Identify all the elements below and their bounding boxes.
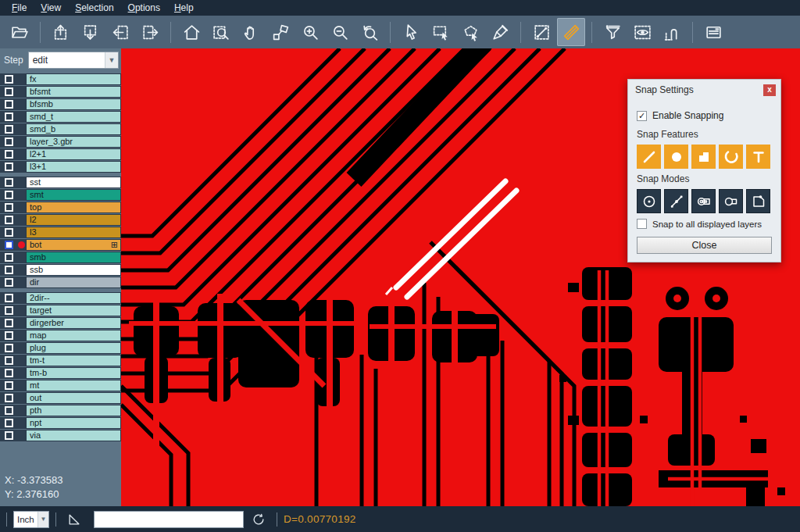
layer-row[interactable]: dir	[0, 277, 121, 288]
layer-visibility-checkbox[interactable]	[5, 178, 13, 187]
layer-visibility-checkbox[interactable]	[5, 381, 13, 390]
layer-row[interactable]: smt	[0, 189, 121, 201]
layer-row[interactable]: pth	[0, 405, 121, 416]
layer-visibility-checkbox[interactable]	[5, 266, 13, 274]
layer-name-cell[interactable]: smd_t	[26, 111, 121, 123]
layer-visibility-checkbox[interactable]	[5, 241, 13, 249]
layer-row[interactable]: mt	[0, 380, 121, 391]
layer-name-cell[interactable]: l2+1	[26, 148, 121, 160]
layer-name-cell[interactable]: fx	[26, 73, 121, 85]
layer-visibility-checkbox[interactable]	[5, 344, 13, 352]
enable-snapping-checkbox[interactable]: ✓	[637, 111, 647, 121]
tool-select-polygon-button[interactable]	[456, 18, 484, 46]
snap-surface-button[interactable]	[691, 145, 716, 169]
layer-name-cell[interactable]: l3+1	[26, 161, 121, 173]
layer-name-cell[interactable]: l3	[26, 227, 121, 238]
snap-text-button[interactable]	[746, 145, 770, 169]
layer-visibility-checkbox[interactable]	[5, 100, 13, 109]
dialog-titlebar[interactable]: Snap Settings x	[628, 80, 780, 100]
layer-row[interactable]: bot ⊞	[0, 239, 121, 251]
tool-zoom-out-button[interactable]	[326, 18, 354, 46]
layer-row[interactable]: tm-t	[0, 355, 121, 366]
tool-select-cursor-button[interactable]	[397, 18, 425, 46]
tool-home-button[interactable]	[177, 18, 205, 46]
layer-name-cell[interactable]: out	[26, 392, 121, 404]
layer-visibility-checkbox[interactable]	[5, 306, 13, 315]
layer-row[interactable]: out	[0, 392, 121, 404]
mode-slot-button[interactable]	[719, 189, 743, 213]
layer-name-cell[interactable]: ssb	[26, 264, 121, 276]
layer-name-cell[interactable]: dirgerber	[26, 317, 121, 329]
mode-corner-button[interactable]	[746, 189, 770, 213]
snap-line-button[interactable]	[637, 145, 661, 169]
layer-name-cell[interactable]: smd_b	[26, 123, 121, 135]
layer-visibility-checkbox[interactable]	[5, 162, 13, 171]
layer-name-cell[interactable]: tm-t	[26, 355, 121, 366]
tool-zoom-in-button[interactable]	[296, 18, 324, 46]
tool-pan-hand-button[interactable]	[237, 18, 265, 46]
layer-row[interactable]: ssb	[0, 264, 121, 276]
layer-row[interactable]: dirgerber	[0, 317, 121, 329]
layer-visibility-checkbox[interactable]	[5, 203, 13, 212]
layer-visibility-checkbox[interactable]	[5, 356, 13, 365]
layer-name-cell[interactable]: bfsmb	[26, 98, 121, 110]
layer-row[interactable]: smd_t	[0, 111, 121, 123]
layer-visibility-checkbox[interactable]	[5, 253, 13, 262]
layer-visibility-checkbox[interactable]	[5, 216, 13, 224]
tool-measure-line-button[interactable]	[527, 18, 555, 46]
layer-row[interactable]: l3	[0, 227, 121, 238]
layer-row[interactable]: target	[0, 305, 121, 316]
layer-name-cell[interactable]: tm-b	[26, 367, 121, 379]
layer-row[interactable]: l2	[0, 214, 121, 226]
layer-visibility-checkbox[interactable]	[5, 228, 13, 237]
layer-name-cell[interactable]: 2dir--	[26, 292, 121, 304]
layer-visibility-checkbox[interactable]	[5, 112, 13, 121]
layer-name-cell[interactable]: via	[26, 430, 121, 441]
layer-visibility-checkbox[interactable]	[5, 150, 13, 159]
mode-on-element-button[interactable]	[664, 189, 688, 213]
tool-zoom-previous-button[interactable]	[355, 18, 384, 46]
layer-row[interactable]: via	[0, 430, 121, 441]
layer-visibility-checkbox[interactable]	[5, 294, 13, 302]
close-button[interactable]: Close	[637, 237, 772, 254]
layer-visibility-checkbox[interactable]	[5, 87, 13, 96]
tool-nav-prev-button[interactable]	[106, 18, 134, 46]
chevron-down-icon[interactable]: ▼	[38, 512, 48, 527]
all-layers-checkbox[interactable]	[637, 219, 647, 229]
layer-row[interactable]: layer_3.gbr	[0, 136, 121, 148]
snap-arc-button[interactable]	[719, 145, 743, 169]
menu-help[interactable]: Help	[174, 2, 194, 13]
all-layers-row[interactable]: Snap to all displayed layers	[637, 219, 772, 229]
close-icon[interactable]: x	[763, 84, 776, 96]
layer-row[interactable]: smd_b	[0, 123, 121, 135]
layer-name-cell[interactable]: npt	[26, 417, 121, 429]
tool-ruler-button[interactable]	[557, 18, 585, 46]
tool-filter-funnel-button[interactable]	[598, 18, 627, 46]
layer-row[interactable]: l3+1	[0, 161, 121, 173]
layer-visibility-checkbox[interactable]	[5, 394, 13, 402]
tool-report-panel-button[interactable]	[699, 18, 727, 46]
layer-visibility-checkbox[interactable]	[5, 419, 13, 427]
layer-row[interactable]: fx	[0, 73, 121, 85]
layer-visibility-checkbox[interactable]	[5, 319, 13, 327]
layer-row[interactable]: tm-b	[0, 367, 121, 379]
mode-center-button[interactable]	[637, 189, 661, 213]
unit-select[interactable]: Inch ▼	[13, 511, 49, 528]
tool-open-folder-button[interactable]	[5, 18, 34, 46]
layer-visibility-checkbox[interactable]	[5, 137, 13, 146]
tool-import-down-button[interactable]	[77, 18, 105, 46]
layer-visibility-checkbox[interactable]	[5, 406, 13, 415]
tool-clean-brush-button[interactable]	[486, 18, 514, 46]
refresh-circle-icon[interactable]	[250, 511, 267, 528]
layer-name-cell[interactable]: pth	[26, 405, 121, 416]
layer-row[interactable]: bfsmt	[0, 86, 121, 98]
layer-name-cell[interactable]: l2	[26, 214, 121, 226]
tool-zoom-object-button[interactable]	[266, 18, 295, 46]
menu-file[interactable]: File	[12, 2, 27, 13]
angle-corner-icon[interactable]	[66, 511, 83, 528]
layer-name-cell[interactable]: top	[26, 202, 121, 213]
tool-highlight-eye-button[interactable]	[628, 18, 656, 46]
layer-visibility-checkbox[interactable]	[5, 125, 13, 134]
layer-row[interactable]: plug	[0, 342, 121, 354]
chevron-down-icon[interactable]: ▼	[105, 52, 118, 68]
